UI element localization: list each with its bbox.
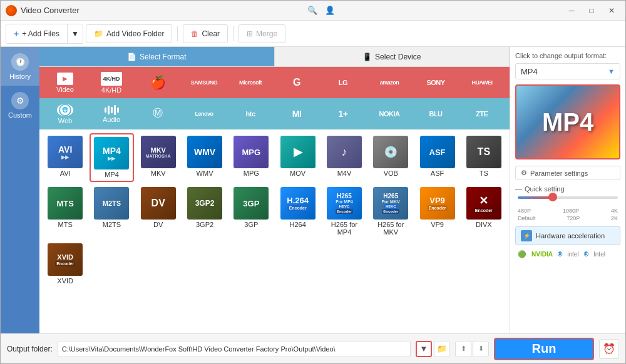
format-cell-mpg[interactable]: MPG MPG bbox=[229, 133, 273, 182]
add-files-group: + + Add Files ▼ bbox=[6, 24, 83, 44]
4k-label: 4K/HD bbox=[101, 86, 121, 94]
format-apple[interactable]: 🍎 bbox=[136, 71, 180, 94]
alarm-button[interactable]: ⏰ bbox=[599, 339, 619, 359]
quality-1080p: 1080P bbox=[563, 208, 579, 214]
format-google[interactable]: G bbox=[275, 71, 319, 94]
minimize-button[interactable]: ─ bbox=[563, 4, 580, 18]
folder-icon: 📁 bbox=[94, 29, 103, 38]
format-cell-mp4[interactable]: MP4 ▶▶ MP4 bbox=[90, 133, 133, 182]
format-thumb-h265mkv: H265 For MKV HEVC Encoder bbox=[373, 187, 408, 220]
format-tabs: 📄 Select Format 📱 Select Device bbox=[39, 47, 510, 67]
move-up-button[interactable]: ⬆ bbox=[455, 341, 471, 357]
format-cell-mov[interactable]: ▶ MOV bbox=[276, 133, 320, 182]
nvidia-icon: 🟢 bbox=[518, 250, 526, 258]
quality-thumb[interactable] bbox=[548, 193, 557, 201]
hw-accel-label: Hardware acceleration bbox=[536, 232, 605, 240]
format-4k[interactable]: 4K/HD 4K/HD bbox=[90, 71, 133, 94]
3gp-label: 3GP bbox=[244, 221, 258, 228]
format-zte[interactable]: ZTE bbox=[460, 102, 504, 126]
file-icon: 📄 bbox=[127, 53, 136, 61]
format-cell-divx[interactable]: ✕ Encoder DIVX bbox=[462, 185, 506, 238]
hw-accel-button[interactable]: ⚡ Hardware acceleration bbox=[515, 226, 620, 245]
format-microsoft[interactable]: Microsoft bbox=[228, 71, 272, 94]
clear-button[interactable]: 🗑 Clear bbox=[183, 24, 228, 43]
microsoft-logo: Microsoft bbox=[239, 79, 262, 86]
output-format-select[interactable]: MP4 ▼ bbox=[515, 63, 620, 79]
format-samsung[interactable]: SAMSUNG bbox=[182, 71, 226, 94]
quality-track-fill bbox=[518, 196, 553, 199]
format-cell-xvid[interactable]: XVID Encoder XVID bbox=[43, 241, 87, 287]
format-cell-3gp[interactable]: 3GP 3GP bbox=[229, 185, 273, 238]
mi-logo: MI bbox=[292, 109, 302, 119]
format-thumb-mpg: MPG bbox=[233, 136, 269, 168]
format-web[interactable]: 🌐 Web bbox=[43, 102, 87, 126]
format-motorola[interactable]: Ⓜ bbox=[136, 102, 180, 126]
format-lenovo[interactable]: Lenovo bbox=[182, 102, 226, 126]
merge-label: Merge bbox=[256, 29, 277, 38]
format-cell-h264[interactable]: H.264 Encoder H264 bbox=[276, 185, 320, 238]
format-audio[interactable]: Audio bbox=[90, 102, 133, 126]
folder-browse-button[interactable]: 📁 bbox=[434, 341, 450, 357]
folder-dropdown-button[interactable]: ▼ bbox=[416, 341, 432, 357]
m2ts-label: M2TS bbox=[103, 221, 121, 228]
format-blu[interactable]: BLU bbox=[414, 102, 458, 126]
format-cell-vp9[interactable]: VP9 Encoder VP9 bbox=[415, 185, 459, 238]
format-huawei[interactable]: HUAWEI bbox=[460, 71, 504, 94]
video-icon bbox=[57, 73, 73, 85]
param-settings-button[interactable]: ⚙ Parameter settings bbox=[515, 166, 620, 180]
user-icon[interactable]: 👤 bbox=[323, 4, 337, 18]
search-icon[interactable]: 🔍 bbox=[305, 4, 319, 18]
format-nokia[interactable]: NOKIA bbox=[367, 102, 411, 126]
format-sony[interactable]: SONY bbox=[414, 71, 458, 94]
quality-4k: 4K bbox=[611, 208, 618, 214]
tab-select-format[interactable]: 📄 Select Format bbox=[39, 47, 275, 66]
output-format-label: Click to change output format: bbox=[515, 52, 620, 59]
format-amazon[interactable]: amazon bbox=[367, 71, 411, 94]
format-cell-ts[interactable]: TS TS bbox=[462, 133, 506, 182]
title-bar-left: Video Converter bbox=[6, 5, 80, 16]
add-folder-button[interactable]: 📁 Add Video Folder bbox=[86, 24, 173, 43]
lenovo-logo: Lenovo bbox=[195, 111, 213, 117]
output-folder-label: Output folder: bbox=[7, 345, 53, 353]
format-mi[interactable]: MI bbox=[275, 102, 319, 126]
web-icon: 🌐 bbox=[57, 104, 73, 116]
add-files-dropdown-button[interactable]: ▼ bbox=[68, 24, 83, 43]
format-cell-m4v[interactable]: ♪ M4V bbox=[322, 133, 366, 182]
format-video[interactable]: Video bbox=[43, 71, 87, 94]
merge-button[interactable]: ⊞ Merge bbox=[239, 24, 285, 43]
tab-select-device[interactable]: 📱 Select Device bbox=[275, 47, 510, 66]
format-cell-m2ts[interactable]: M2TS M2TS bbox=[90, 185, 133, 238]
mp4-preview[interactable]: MP4 bbox=[515, 84, 620, 159]
format-htc[interactable]: htc bbox=[228, 102, 272, 126]
format-lg[interactable]: LG bbox=[321, 71, 365, 94]
format-cell-dv[interactable]: DV DV bbox=[136, 185, 180, 238]
format-oneplus[interactable]: 1+ bbox=[321, 102, 365, 126]
mpg-label: MPG bbox=[244, 169, 259, 177]
format-cell-asf[interactable]: ASF ASF bbox=[415, 133, 459, 182]
htc-logo: htc bbox=[246, 110, 255, 118]
huawei-logo: HUAWEI bbox=[472, 79, 493, 86]
format-cell-vob[interactable]: 💿 VOB bbox=[369, 133, 413, 182]
sidebar-item-history[interactable]: 🕐 History bbox=[1, 47, 39, 86]
add-files-button[interactable]: + + Add Files bbox=[6, 24, 68, 43]
video-label: Video bbox=[56, 86, 74, 93]
format-cell-mkv[interactable]: MKV MATROSKA MKV bbox=[136, 133, 180, 182]
vp9-label: VP9 bbox=[431, 221, 444, 228]
run-button[interactable]: Run bbox=[494, 338, 594, 360]
close-button[interactable]: ✕ bbox=[603, 4, 620, 18]
format-cell-h265mkv[interactable]: H265 For MKV HEVC Encoder H265 for MKV bbox=[369, 185, 413, 238]
divx-label: DIVX bbox=[476, 221, 492, 228]
quality-track bbox=[518, 196, 618, 199]
format-cell-mts[interactable]: MTS MTS bbox=[43, 185, 87, 238]
folder-controls: ▼ 📁 bbox=[416, 341, 450, 357]
format-cell-avi[interactable]: AVI ▶▶ AVI bbox=[43, 133, 87, 182]
format-cell-wmv[interactable]: WMV WMV bbox=[183, 133, 227, 182]
format-cell-h265mp4[interactable]: H265 For MP4 HEVC Encoder H265 for MP4 bbox=[322, 185, 366, 238]
move-down-button[interactable]: ⬇ bbox=[473, 341, 489, 357]
format-thumb-mov: ▶ bbox=[280, 136, 316, 168]
quality-slider[interactable]: 480P 1080P 4K Default 720P 2K bbox=[515, 196, 620, 221]
maximize-button[interactable]: □ bbox=[583, 4, 600, 18]
format-cell-3gp2[interactable]: 3GP2 3GP2 bbox=[183, 185, 227, 238]
sidebar-item-custom[interactable]: ⚙ Custom bbox=[1, 86, 39, 124]
format-thumb-mts: MTS bbox=[48, 187, 83, 220]
